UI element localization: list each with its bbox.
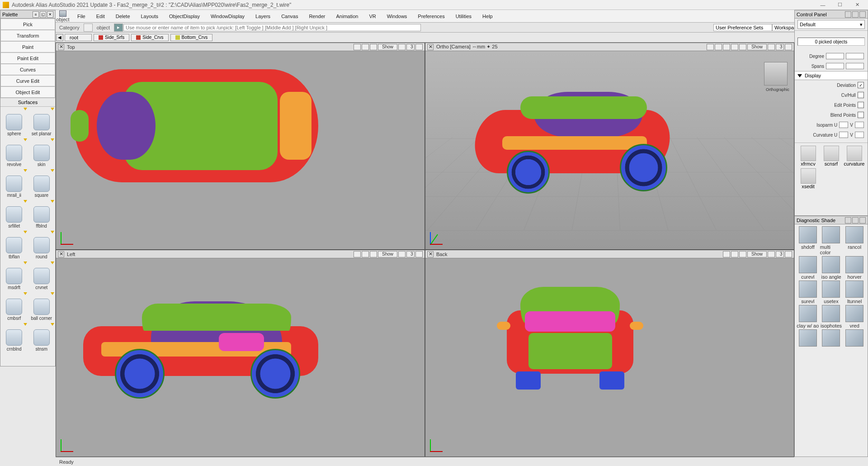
palette-btn-paint[interactable]: Paint <box>0 41 55 52</box>
ctrl-tool-xfrmcv[interactable]: xfrmcv <box>797 146 819 166</box>
layer-side_srfs[interactable]: Side_Srfs <box>94 34 129 41</box>
ctrl-tool-curvature[interactable]: curvature <box>844 146 865 166</box>
go-button[interactable]: ▸ <box>114 24 123 32</box>
menu-utilities[interactable]: Utilities <box>451 12 476 21</box>
tool-crnblnd[interactable]: crnblnd <box>0 322 28 353</box>
tool-stnsm[interactable]: stnsm <box>28 322 56 353</box>
vp-back-t3-icon[interactable] <box>739 251 746 257</box>
vp-back-show-button[interactable]: Show <box>747 251 767 257</box>
spans-u-input[interactable] <box>826 63 844 69</box>
diag-item[interactable] <box>820 329 843 347</box>
menu-windowdisplay[interactable]: WindowDisplay <box>206 12 249 21</box>
palette-btn-object-edit[interactable]: Object Edit <box>0 86 55 98</box>
checkbox-cv-hull[interactable] <box>858 92 864 98</box>
viewport-persp-close-icon[interactable]: ✕ <box>427 44 434 50</box>
ctrl-tool-scnsrf[interactable]: scnsrf <box>821 146 842 166</box>
diag-vred[interactable]: vred <box>843 305 866 328</box>
diag-multi-color[interactable]: multi color <box>820 226 843 255</box>
tool-ffblnd[interactable]: ffblnd <box>28 199 56 230</box>
palette-undock-icon[interactable]: ◱ <box>40 11 46 18</box>
maximize-button[interactable]: ☐ <box>832 0 848 10</box>
diag-ltunnel[interactable]: ltunnel <box>843 281 866 304</box>
control-preset-dropdown[interactable]: Default▾ <box>797 20 865 29</box>
isoparm-u-u-input[interactable] <box>839 122 848 128</box>
diag-usetex[interactable]: usetex <box>820 281 843 304</box>
vp-left-cfg-icon[interactable] <box>398 251 406 257</box>
menu-edit[interactable]: Edit <box>92 12 109 21</box>
degree-u-input[interactable] <box>826 53 844 59</box>
vp-left-show-button[interactable]: Show <box>378 251 397 257</box>
ds-close-icon[interactable] <box>859 217 866 223</box>
tool-skin[interactable]: skin <box>28 138 56 168</box>
tool-ball-corner[interactable]: ball corner <box>28 291 56 322</box>
user-preference-sets[interactable]: User Preference Sets <box>713 24 772 31</box>
tool-square[interactable]: square <box>28 168 56 199</box>
view-cube[interactable] <box>764 62 788 86</box>
minimize-button[interactable]: — <box>815 0 831 10</box>
tool-mrail_ii[interactable]: mrail_ii <box>0 168 28 199</box>
spans-v-input[interactable] <box>846 63 864 69</box>
viewport-left[interactable]: ✕ Left Show 3 <box>56 250 425 457</box>
tool-tbflan[interactable]: tbflan <box>0 230 28 261</box>
layer-side_crvs[interactable]: Side_Crvs <box>131 34 168 41</box>
vp-top-tool3-icon[interactable] <box>370 44 377 50</box>
diag-clay-w-ao[interactable]: clay w/ ao <box>797 305 819 328</box>
vp-back-t1-icon[interactable] <box>723 251 730 257</box>
control-panel-header[interactable]: Control Panel <box>795 10 868 19</box>
checkbox-edit-points[interactable] <box>858 102 864 108</box>
tool-round[interactable]: round <box>28 230 56 261</box>
tool-sphere[interactable]: sphere <box>0 107 28 138</box>
menu-layouts[interactable]: Layouts <box>137 12 163 21</box>
palette-header[interactable]: Palette ≡ ◱ ✕ <box>0 10 55 19</box>
vp-persp-max-icon[interactable] <box>785 44 792 50</box>
vp-left-max-icon[interactable] <box>415 251 423 257</box>
menu-delete[interactable]: Delete <box>111 12 135 21</box>
diag-shdoff[interactable]: shdoff <box>797 226 819 255</box>
palette-section-surfaces[interactable]: Surfaces <box>0 98 55 107</box>
palette-btn-paint-edit[interactable]: Paint Edit <box>0 52 55 64</box>
vp-persp-t5-icon[interactable] <box>739 44 746 50</box>
menu-animation[interactable]: Animation <box>332 12 363 21</box>
diag-surevl[interactable]: surevl <box>797 281 819 304</box>
vp-persp-num[interactable]: 3 <box>776 44 784 50</box>
viewport-ortho-camera[interactable]: ✕ Ortho [Camera] ↔mm ✦ 25 Show 3 Orthogr… <box>425 43 794 250</box>
vp-top-num[interactable]: 3 <box>406 44 415 50</box>
ctrl-tool-xsedit[interactable]: xsedit <box>797 168 819 189</box>
palette-btn-transform[interactable]: Transform <box>0 30 55 41</box>
cp-close-icon[interactable] <box>859 11 866 18</box>
viewport-left-close-icon[interactable]: ✕ <box>58 251 64 257</box>
ds-undock-icon[interactable] <box>852 217 859 223</box>
diagnostic-shade-header[interactable]: Diagnostic Shade <box>795 216 868 224</box>
isoparm-u-v-input[interactable] <box>855 122 864 128</box>
viewport-back[interactable]: ✕ Back Show 3 <box>425 250 794 457</box>
diag-horver[interactable]: horver <box>843 256 866 280</box>
vp-persp-t1-icon[interactable] <box>707 44 714 50</box>
layer-bottom_crvs[interactable]: Bottom_Crvs <box>170 34 213 41</box>
menu-layers[interactable]: Layers <box>251 12 275 21</box>
curvature-u-v-input[interactable] <box>855 132 864 138</box>
tool-srfillet[interactable]: srfillet <box>0 199 28 230</box>
diag-item[interactable] <box>843 329 866 347</box>
palette-btn-pick[interactable]: Pick <box>0 19 55 30</box>
curvature-u-u-input[interactable] <box>839 132 848 138</box>
object-mode-button[interactable]: object <box>56 10 70 23</box>
viewport-top[interactable]: ✕ Top Show 3 <box>56 43 425 250</box>
tool-msdrft[interactable]: msdrft <box>0 261 28 291</box>
tool-crvnet[interactable]: crvnet <box>28 261 56 291</box>
degree-v-input[interactable] <box>846 53 864 59</box>
menu-preferences[interactable]: Preferences <box>413 12 449 21</box>
menu-render[interactable]: Render <box>304 12 330 21</box>
menu-windows[interactable]: Windows <box>382 12 412 21</box>
menu-help[interactable]: Help <box>478 12 497 21</box>
vp-left-t2-icon[interactable] <box>362 251 369 257</box>
vp-persp-t3-icon[interactable] <box>723 44 730 50</box>
vp-left-t3-icon[interactable] <box>370 251 377 257</box>
vp-back-max-icon[interactable] <box>785 251 792 257</box>
menu-canvas[interactable]: Canvas <box>277 12 302 21</box>
checkbox-deviation[interactable]: ✓ <box>858 82 864 88</box>
vp-persp-t4-icon[interactable] <box>731 44 738 50</box>
diag-rancol[interactable]: rancol <box>843 226 866 255</box>
viewport-top-close-icon[interactable]: ✕ <box>58 44 64 50</box>
cp-menu-icon[interactable] <box>845 11 851 18</box>
display-section-header[interactable]: Display <box>795 71 868 80</box>
